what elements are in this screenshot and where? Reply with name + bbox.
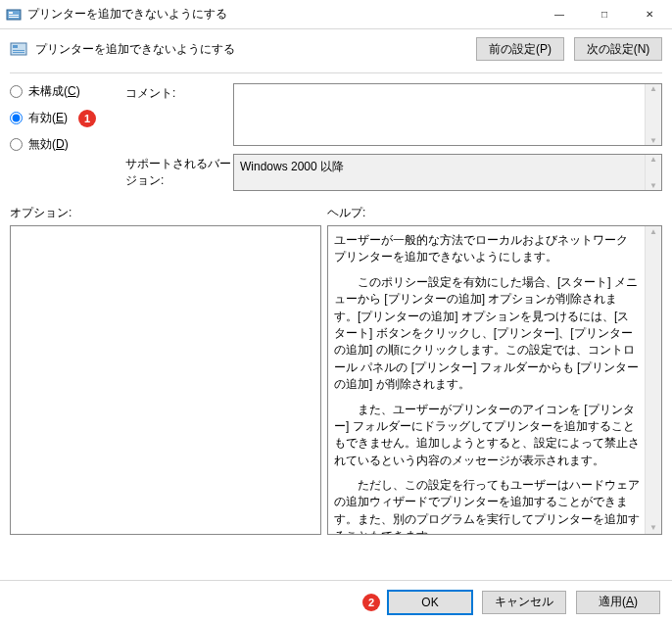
help-p2: このポリシー設定を有効にした場合、[スタート] メニューから [プリンターの追加… <box>334 274 640 394</box>
radio-disabled-label: 無効(D) <box>28 136 69 153</box>
scroll-down-icon[interactable]: ▼ <box>649 136 657 145</box>
maximize-button[interactable]: □ <box>582 0 627 28</box>
apply-button[interactable]: 適用(A) <box>576 591 660 614</box>
radio-not-configured[interactable]: 未構成(C) <box>10 83 125 100</box>
help-p4: ただし、この設定を行ってもユーザーはハードウェアの追加ウィザードでプリンターを追… <box>334 477 640 535</box>
support-box: Windows 2000 以降 ▲ ▼ <box>233 154 662 191</box>
annotation-marker-1: 1 <box>78 110 96 127</box>
close-button[interactable]: ✕ <box>627 0 672 28</box>
svg-rect-6 <box>13 50 24 51</box>
header-row: プリンターを追加できないようにする 前の設定(P) 次の設定(N) <box>10 37 662 61</box>
policy-icon <box>6 7 22 23</box>
options-section-label: オプション: <box>10 205 327 221</box>
support-value: Windows 2000 以降 <box>240 160 344 173</box>
radio-not-configured-label: 未構成(C) <box>28 83 80 100</box>
svg-rect-5 <box>13 45 18 48</box>
comment-label: コメント: <box>125 83 233 146</box>
prev-setting-button[interactable]: 前の設定(P) <box>476 37 564 61</box>
ok-button[interactable]: OK <box>388 591 472 614</box>
radio-enabled-label: 有効(E) <box>28 110 68 126</box>
svg-rect-3 <box>9 17 19 18</box>
radio-enabled-input[interactable] <box>10 112 23 124</box>
help-box: ユーザーが一般的な方法でローカルおよびネットワーク プリンターを追加できないよう… <box>327 225 662 535</box>
support-label: サポートされるバージョン: <box>125 146 233 191</box>
radio-not-configured-input[interactable] <box>10 85 23 98</box>
titlebar: プリンターを追加できないようにする — □ ✕ <box>0 0 672 29</box>
comment-scrollbar[interactable]: ▲ ▼ <box>645 84 661 145</box>
svg-rect-4 <box>11 43 26 55</box>
policy-item-icon <box>10 40 27 58</box>
help-scrollbar[interactable]: ▲ ▼ <box>645 226 661 534</box>
scroll-up-icon[interactable]: ▲ <box>649 226 657 238</box>
radio-enabled[interactable]: 有効(E) 1 <box>10 110 125 126</box>
annotation-marker-2: 2 <box>362 594 380 611</box>
scroll-up-icon[interactable]: ▲ <box>649 84 657 93</box>
help-section-label: ヘルプ: <box>327 205 662 221</box>
window-title: プリンターを追加できないようにする <box>27 6 537 23</box>
policy-title: プリンターを追加できないようにする <box>35 41 466 58</box>
footer: 2 OK キャンセル 適用(A) <box>0 580 672 623</box>
scroll-down-icon: ▼ <box>649 181 657 190</box>
options-box <box>10 225 321 535</box>
comment-textarea[interactable]: ▲ ▼ <box>233 83 662 146</box>
radio-disabled-input[interactable] <box>10 138 23 151</box>
next-setting-button[interactable]: 次の設定(N) <box>574 37 662 61</box>
support-scrollbar: ▲ ▼ <box>645 155 661 190</box>
help-p1: ユーザーが一般的な方法でローカルおよびネットワーク プリンターを追加できないよう… <box>334 232 640 266</box>
help-p3: また、ユーザーがプリンターのアイコンを [プリンター] フォルダーにドラッグして… <box>334 402 640 470</box>
minimize-button[interactable]: — <box>537 0 582 28</box>
scroll-up-icon: ▲ <box>649 155 657 164</box>
cancel-button[interactable]: キャンセル <box>482 591 566 614</box>
svg-rect-2 <box>9 15 19 16</box>
svg-rect-1 <box>9 12 13 14</box>
radio-disabled[interactable]: 無効(D) <box>10 136 125 153</box>
divider <box>10 72 662 73</box>
svg-rect-7 <box>13 52 24 53</box>
scroll-down-icon[interactable]: ▼ <box>649 522 657 534</box>
